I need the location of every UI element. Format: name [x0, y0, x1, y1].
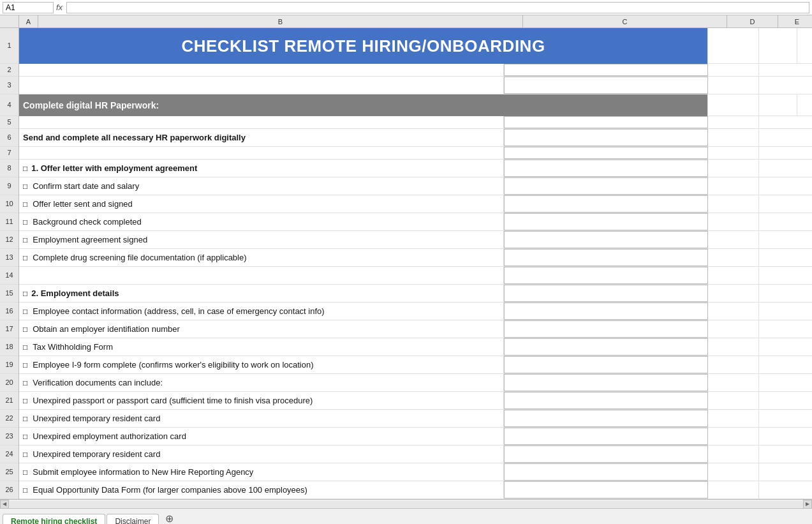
scroll-track[interactable] — [9, 501, 803, 507]
scroll-right[interactable]: ▶ — [803, 500, 812, 509]
input-cell-16[interactable] — [504, 303, 708, 320]
checkbox-icon-16[interactable]: □ — [23, 307, 27, 316]
row-numbers: 1234567891011121314151617181920212223242… — [0, 28, 19, 499]
input-cell-24[interactable] — [504, 445, 708, 463]
checkbox-icon-19[interactable]: □ — [23, 361, 27, 370]
checkbox-icon-20[interactable]: □ — [23, 378, 27, 387]
row-num-26: 26 — [0, 481, 18, 499]
grid-row-15: □ 2. Employment details — [19, 285, 812, 303]
cell-c-26 — [708, 481, 759, 498]
input-cell-20[interactable] — [504, 374, 708, 391]
row-num-23: 23 — [0, 428, 18, 445]
input-cell-23[interactable] — [504, 428, 708, 445]
input-cell-12[interactable] — [504, 231, 708, 248]
empty-cell-b-2 — [504, 64, 708, 76]
row-num-8: 8 — [0, 160, 18, 177]
input-cell-25[interactable] — [504, 463, 708, 481]
cell-c-24 — [708, 445, 759, 463]
input-cell-19[interactable] — [504, 356, 708, 373]
h-scrollbar[interactable]: ◀ ▶ — [0, 499, 812, 508]
row-num-10: 10 — [0, 195, 18, 213]
cell-c-18 — [708, 338, 759, 356]
subsection-label-15: 2. Employment details — [31, 288, 119, 298]
row-num-6: 6 — [0, 129, 18, 147]
sheet-tab-0[interactable]: Remote hiring checklist — [3, 514, 105, 524]
cell-c-25 — [708, 463, 759, 481]
input-cell-22[interactable] — [504, 410, 708, 427]
checklist-label-11: Background check completed — [33, 217, 142, 227]
checkbox-icon-13[interactable]: □ — [23, 253, 27, 262]
checklist-cell-17: □Obtain an employer identifiation number — [19, 320, 504, 338]
cell-d-4 — [708, 94, 759, 116]
input-cell-9[interactable] — [504, 177, 708, 195]
checkbox-icon-24[interactable]: □ — [23, 450, 27, 459]
empty-cell-b-7 — [504, 147, 708, 159]
checkbox-icon-25[interactable]: □ — [23, 468, 27, 477]
empty-cell-a-7 — [19, 147, 504, 159]
empty-cell-a-5 — [19, 116, 504, 128]
sheet-tab-1[interactable]: Disclaimer — [107, 514, 159, 524]
empty-cell-b-3 — [504, 77, 708, 94]
checkbox-icon-10[interactable]: □ — [23, 200, 27, 209]
checklist-label-13: Complete drug screening file documentati… — [33, 253, 246, 262]
checkbox-icon-22[interactable]: □ — [23, 414, 27, 423]
input-cell-26[interactable] — [504, 481, 708, 498]
grid-row-1: CHECKLIST REMOTE HIRING/ONBOARDING — [19, 28, 812, 64]
row-num-24: 24 — [0, 445, 18, 463]
cell-b-15 — [504, 285, 708, 302]
cell-c-15 — [708, 285, 759, 302]
row-num-11: 11 — [0, 213, 18, 231]
scroll-left[interactable]: ◀ — [0, 500, 9, 509]
col-header-c[interactable]: C — [523, 15, 727, 27]
grid-row-23: □Unexpired employment authorization card — [19, 428, 812, 445]
row-num-2: 2 — [0, 64, 18, 77]
row-num-19: 19 — [0, 356, 18, 374]
grid-row-8: □ 1. Offer letter with employment agreem… — [19, 160, 812, 177]
checkbox-icon-21[interactable]: □ — [23, 396, 27, 405]
grid-row-22: □Unexpired temporary resident card — [19, 410, 812, 428]
input-cell-11[interactable] — [504, 213, 708, 230]
row-num-4: 4 — [0, 94, 18, 116]
row-num-21: 21 — [0, 392, 18, 410]
checkbox-icon-17[interactable]: □ — [23, 325, 27, 334]
col-header-b[interactable]: B — [38, 15, 523, 27]
checkbox-icon-11[interactable]: □ — [23, 218, 27, 227]
grid-row-10: □Offer letter sent and signed — [19, 195, 812, 213]
input-cell-13[interactable] — [504, 249, 708, 266]
checkbox-8[interactable]: □ — [23, 164, 27, 173]
input-cell-10[interactable] — [504, 195, 708, 213]
input-cell-17[interactable] — [504, 320, 708, 338]
checklist-label-18: Tax Withholding Form — [33, 342, 113, 352]
checklist-label-24: Unexpired temporary resident card — [33, 449, 160, 459]
empty-cell-c-2 — [708, 64, 759, 76]
spreadsheet: fx A B C D E 123456789101112131415161718… — [0, 0, 812, 524]
fx-label: fx — [56, 3, 63, 12]
grid-row-25: □Submit employee information to New Hire… — [19, 463, 812, 481]
title-cell: CHECKLIST REMOTE HIRING/ONBOARDING — [19, 28, 708, 64]
cell-c-11 — [708, 213, 759, 230]
formula-input[interactable] — [66, 2, 809, 13]
col-header-e[interactable]: E — [778, 15, 812, 27]
checkbox-icon-12[interactable]: □ — [23, 236, 27, 244]
cell-e-4 — [759, 94, 797, 116]
cell-c-9 — [708, 177, 759, 195]
checkbox-icon-18[interactable]: □ — [23, 343, 27, 352]
checkbox-15[interactable]: □ — [23, 289, 27, 298]
name-box[interactable] — [3, 2, 54, 13]
cell-c-16 — [708, 303, 759, 320]
checklist-label-26: Equal Opportunity Data Form (for larger … — [33, 485, 307, 495]
checklist-label-21: Unexpired passport or passport card (suf… — [33, 396, 313, 405]
col-header-a[interactable]: A — [19, 15, 38, 27]
input-cell-21[interactable] — [504, 392, 708, 409]
input-cell-18[interactable] — [504, 338, 708, 356]
checkbox-icon-9[interactable]: □ — [23, 182, 27, 191]
row-num-18: 18 — [0, 338, 18, 356]
formula-bar: fx — [0, 0, 812, 15]
add-sheet-button[interactable]: ⊕ — [160, 513, 179, 524]
checkbox-icon-23[interactable]: □ — [23, 432, 27, 441]
checkbox-icon-26[interactable]: □ — [23, 486, 27, 495]
column-headers: A B C D E — [0, 15, 812, 28]
empty-cell-c-14 — [708, 267, 759, 284]
empty-cell-b-5 — [504, 116, 708, 128]
col-header-d[interactable]: D — [727, 15, 778, 27]
